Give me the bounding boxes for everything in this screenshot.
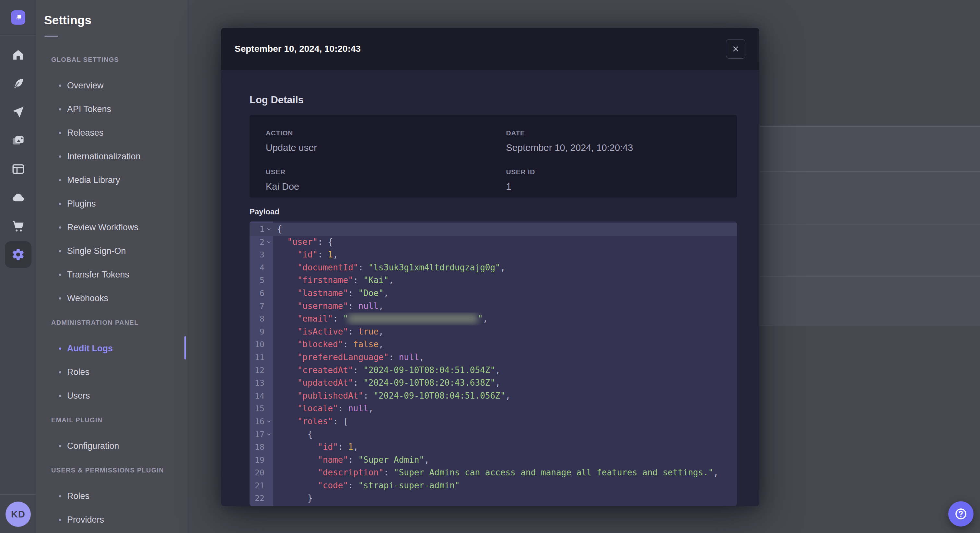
payload-code-editor[interactable]: 1{2 "user": {3 "id": 1,4 "documentId": "… [250,222,737,506]
rail-item-home[interactable] [0,41,36,69]
code-token: , [353,442,358,452]
rail-item-gear[interactable] [0,240,36,269]
fold-spacer [264,287,273,300]
sidebar-section: USERS & PERMISSIONS PLUGINRolesProviders [36,466,187,532]
bullet-icon [59,445,61,447]
fold-spacer [264,364,273,377]
code-token: , [333,250,338,259]
code-line: 3 "id": 1, [250,248,737,261]
code-text: "firstname": "Kai", [273,274,737,287]
bullet-icon [59,274,61,276]
close-button[interactable] [726,39,745,59]
fold-spacer [264,441,273,454]
code-text: "updatedAt": "2024-09-10T08:20:43.638Z", [273,377,737,390]
section-label: GLOBAL SETTINGS [51,56,187,63]
code-token: , [379,301,384,311]
code-token: "strapi-super-admin" [358,481,460,490]
fold-spacer [264,377,273,390]
fold-spacer [264,390,273,403]
line-number: 5 [250,274,264,287]
code-token: null [358,301,379,311]
detail-field: USER ID1 [506,168,737,192]
fold-spacer [264,466,273,479]
fold-toggle[interactable] [264,236,273,249]
code-line: 5 "firstname": "Kai", [250,274,737,287]
code-token: : [353,275,363,285]
code-token: : [384,468,394,477]
code-token: "Super Admins can access and manage all … [394,468,713,477]
code-token: "email" [298,314,333,324]
fold-spacer [264,492,273,505]
sidebar-item-releases[interactable]: Releases [36,121,187,145]
help-button[interactable] [948,501,974,527]
code-token: 1 [348,442,353,452]
rail-divider [0,36,36,36]
fold-toggle[interactable] [264,415,273,428]
rail-item-paper-plane[interactable] [0,98,36,126]
line-number: 23 [250,505,264,506]
code-token [277,352,298,362]
code-text: "preferedLanguage": null, [273,351,737,364]
modal-body: Log Details ACTIONUpdate userDATESeptemb… [221,94,759,506]
sidebar-item-internationalization[interactable]: Internationalization [36,145,187,168]
rail-item-cloud[interactable] [0,183,36,212]
active-item-indicator [185,336,186,359]
detail-value: Update user [266,143,506,153]
sidebar-item-label: Roles [67,367,89,377]
code-token: "username" [298,301,348,311]
code-token: : [338,403,348,413]
sidebar-item-roles[interactable]: Roles [36,484,187,508]
code-token: , [495,378,500,388]
sidebar-item-users[interactable]: Users [36,384,187,408]
code-line: 22 } [250,492,737,505]
sidebar-section: ADMINISTRATION PANELAudit LogsRolesUsers [36,319,187,408]
sidebar-item-webhooks[interactable]: Webhooks [36,287,187,310]
code-token: null [399,352,419,362]
code-token: , [713,468,719,477]
sidebar-item-audit-logs[interactable]: Audit Logs [36,337,187,360]
code-token [277,403,298,413]
code-token: , [500,263,506,272]
detail-field: ACTIONUpdate user [266,129,506,153]
detail-value: Kai Doe [266,181,506,192]
sidebar-item-configuration[interactable]: Configuration [36,434,187,458]
sidebar-item-overview[interactable]: Overview [36,74,187,97]
code-line: 2 "user": { [250,236,737,249]
code-text: "createdAt": "2024-09-10T08:04:51.054Z", [273,364,737,377]
rail-item-images[interactable] [0,126,36,155]
code-text: "description": "Super Admins can access … [273,466,737,479]
detail-label: DATE [506,129,737,137]
bullet-icon [59,108,61,110]
code-token: , [388,275,394,285]
sidebar-item-roles[interactable]: Roles [36,360,187,384]
rail-item-cart[interactable] [0,212,36,240]
rail-item-layout[interactable] [0,155,36,183]
code-text: "code": "strapi-super-admin" [273,479,737,492]
code-text: "isActive": true, [273,325,737,338]
sidebar-item-plugins[interactable]: Plugins [36,192,187,216]
sidebar-item-media-library[interactable]: Media Library [36,168,187,192]
code-token [277,416,298,426]
code-line: 19 "name": "Super Admin", [250,454,737,466]
code-line: 8 "email": "", [250,313,737,325]
code-token: , [424,455,430,465]
fold-toggle[interactable] [264,223,273,236]
strapi-logo-icon [13,13,23,22]
bullet-icon [59,179,61,181]
avatar[interactable]: KD [5,501,31,527]
sidebar-item-api-tokens[interactable]: API Tokens [36,97,187,121]
code-token: : [353,378,363,388]
code-token: "blocked" [298,339,343,349]
fold-toggle[interactable] [264,428,273,441]
strapi-logo[interactable] [11,10,25,25]
sidebar-item-review-workflows[interactable]: Review Workflows [36,216,187,239]
sidebar-item-transfer-tokens[interactable]: Transfer Tokens [36,263,187,287]
sidebar-item-label: Roles [67,491,89,501]
code-token: "name" [318,455,348,465]
code-token: , [379,327,384,336]
fold-spacer [264,479,273,492]
rail-item-feather[interactable] [0,69,36,98]
sidebar-item-providers[interactable]: Providers [36,508,187,532]
bullet-icon [59,347,61,350]
sidebar-item-single-sign-on[interactable]: Single Sign-On [36,239,187,263]
